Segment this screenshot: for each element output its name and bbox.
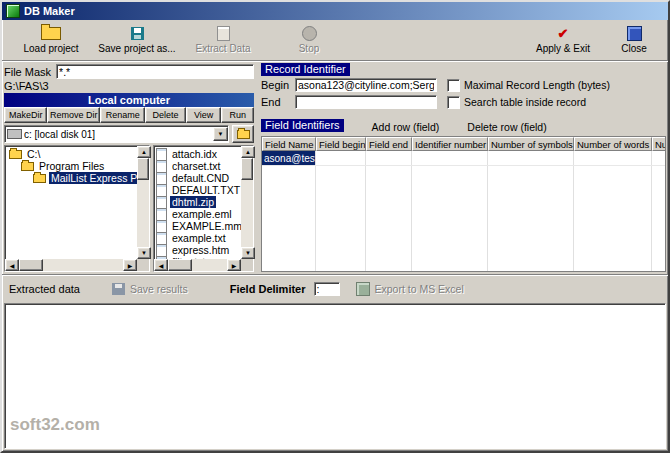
end-input[interactable] bbox=[295, 95, 437, 109]
load-project-label: Load project bbox=[23, 43, 78, 54]
makedir-button[interactable]: MakeDir bbox=[4, 107, 47, 123]
folder-icon bbox=[33, 174, 46, 183]
stop-button[interactable]: Stop bbox=[266, 21, 352, 59]
close-label: Close bbox=[621, 43, 647, 54]
folder-icon bbox=[21, 162, 34, 171]
field-delimiter-label: Field Delimiter bbox=[230, 283, 306, 295]
toolbar-spacer bbox=[352, 21, 520, 59]
add-row-button[interactable]: Add row (field) bbox=[372, 121, 440, 133]
file-mask-input[interactable] bbox=[56, 64, 254, 79]
extract-data-button[interactable]: Extract Data bbox=[180, 21, 266, 59]
extracted-data-textarea[interactable] bbox=[4, 303, 666, 449]
file-item[interactable]: express.htm bbox=[156, 244, 241, 256]
field-name-cell[interactable]: asona@test3 bbox=[262, 151, 316, 165]
folder-item-selected[interactable]: MailList Express Pro bbox=[7, 172, 137, 184]
folder-icon bbox=[237, 130, 250, 139]
column-header[interactable]: Number of words bbox=[574, 137, 652, 151]
column-header[interactable]: Number of symbols bbox=[488, 137, 574, 151]
scroll-up-button[interactable]: ▲ bbox=[137, 146, 151, 158]
column-header[interactable]: Number of bbox=[652, 137, 665, 151]
scroll-right-button[interactable]: ▶ bbox=[123, 259, 137, 271]
save-icon bbox=[112, 283, 125, 295]
removedir-button[interactable]: Remove Dir bbox=[47, 107, 100, 123]
file-item[interactable]: DEFAULT.TXT bbox=[156, 184, 241, 196]
max-record-length-checkbox[interactable] bbox=[447, 79, 460, 92]
table-row[interactable]: asona@test3 bbox=[262, 151, 665, 166]
scroll-down-button[interactable]: ▼ bbox=[241, 247, 255, 259]
column-header[interactable]: Field begin bbox=[316, 137, 366, 151]
table-cell[interactable] bbox=[316, 151, 366, 165]
record-identifier-header: Record Identifier bbox=[261, 63, 350, 76]
scrollbar-thumb[interactable] bbox=[168, 259, 192, 271]
file-label: charset.txt bbox=[170, 160, 222, 172]
field-identifiers-table: Field Name Field begin Field end Identif… bbox=[261, 136, 666, 272]
scrollbar-thumb[interactable] bbox=[137, 158, 149, 180]
drive-select[interactable]: c: [local disk 01] ▼ bbox=[4, 125, 229, 143]
scroll-left-button[interactable]: ◀ bbox=[5, 259, 19, 271]
scrollbar-track[interactable] bbox=[192, 259, 227, 271]
horizontal-scrollbar[interactable]: ◀ ▶ bbox=[154, 259, 241, 271]
scrollbar-track[interactable] bbox=[43, 259, 123, 271]
file-item[interactable]: example.eml bbox=[156, 208, 241, 220]
column-header[interactable]: Field Name bbox=[262, 137, 316, 151]
app-icon[interactable] bbox=[6, 4, 20, 18]
run-button[interactable]: Run bbox=[221, 107, 254, 123]
drive-dropdown-arrow[interactable]: ▼ bbox=[213, 127, 228, 141]
begin-input[interactable] bbox=[295, 78, 437, 92]
view-button[interactable]: View bbox=[186, 107, 221, 123]
column-header[interactable]: Identifier number bbox=[412, 137, 488, 151]
max-record-length-label: Maximal Record Length (bytes) bbox=[464, 79, 610, 91]
close-button[interactable]: Close bbox=[606, 21, 662, 59]
table-cell[interactable] bbox=[366, 151, 412, 165]
scrollbar-track[interactable] bbox=[137, 180, 149, 247]
delete-row-button[interactable]: Delete row (field) bbox=[467, 121, 546, 133]
search-table-checkbox[interactable] bbox=[447, 96, 460, 109]
file-list-rows: attach.idx charset.txt default.CND bbox=[154, 146, 241, 259]
table-cell[interactable] bbox=[412, 151, 488, 165]
drive-selected-value: c: [local disk 01] bbox=[24, 129, 211, 140]
column-header[interactable]: Field end bbox=[366, 137, 412, 151]
save-project-as-button[interactable]: Save project as... bbox=[94, 21, 180, 59]
file-item[interactable]: EXAMPLE.mml bbox=[156, 220, 241, 232]
file-browser-panel: File Mask G:\FAS\3 Local computer MakeDi… bbox=[2, 61, 256, 274]
scroll-down-button[interactable]: ▼ bbox=[137, 247, 151, 259]
save-results-button[interactable]: Save results bbox=[112, 283, 188, 295]
file-item[interactable]: charset.txt bbox=[156, 160, 241, 172]
table-cell[interactable] bbox=[488, 151, 574, 165]
search-table-label: Search table inside record bbox=[464, 96, 586, 108]
folder-item[interactable]: C:\ bbox=[7, 148, 137, 160]
vertical-scrollbar[interactable]: ▲ ▼ bbox=[137, 146, 149, 259]
scroll-left-button[interactable]: ◀ bbox=[154, 259, 168, 271]
folder-tree: C:\ Program Files MailList Express Pro ▲ bbox=[4, 145, 150, 272]
file-label: dhtml.zip bbox=[170, 196, 216, 208]
stop-icon bbox=[302, 26, 317, 41]
export-excel-button[interactable]: Export to MS Excel bbox=[356, 282, 464, 296]
file-item-selected[interactable]: dhtml.zip bbox=[156, 196, 241, 208]
title-bar[interactable]: DB Maker bbox=[2, 2, 668, 20]
apply-exit-button[interactable]: ✔ Apply & Exit bbox=[520, 21, 606, 59]
file-item[interactable]: example.txt bbox=[156, 232, 241, 244]
field-identifiers-header: Field Identifiers bbox=[261, 119, 344, 132]
field-delimiter-input[interactable] bbox=[314, 282, 340, 296]
vertical-scrollbar[interactable]: ▲ ▼ bbox=[241, 146, 253, 259]
table-cell[interactable] bbox=[574, 151, 652, 165]
record-settings-panel: Record Identifier Begin Maximal Record L… bbox=[256, 61, 668, 274]
scrollbar-track[interactable] bbox=[241, 180, 253, 247]
load-project-button[interactable]: Load project bbox=[8, 21, 94, 59]
folder-item[interactable]: Program Files bbox=[7, 160, 137, 172]
table-cell[interactable] bbox=[652, 151, 665, 165]
scrollbar-corner bbox=[137, 259, 149, 271]
scroll-up-button[interactable]: ▲ bbox=[241, 146, 255, 158]
file-mask-label: File Mask bbox=[4, 66, 51, 78]
apply-exit-label: Apply & Exit bbox=[536, 43, 590, 54]
up-folder-button[interactable] bbox=[232, 125, 254, 143]
file-item[interactable]: attach.idx bbox=[156, 148, 241, 160]
rename-button[interactable]: Rename bbox=[100, 107, 145, 123]
scrollbar-thumb[interactable] bbox=[241, 158, 253, 180]
scrollbar-thumb[interactable] bbox=[19, 259, 43, 271]
file-item[interactable]: default.CND bbox=[156, 172, 241, 184]
scroll-right-button[interactable]: ▶ bbox=[227, 259, 241, 271]
folder-label: C:\ bbox=[25, 148, 42, 160]
delete-button[interactable]: Delete bbox=[145, 107, 186, 123]
horizontal-scrollbar[interactable]: ◀ ▶ bbox=[5, 259, 137, 271]
